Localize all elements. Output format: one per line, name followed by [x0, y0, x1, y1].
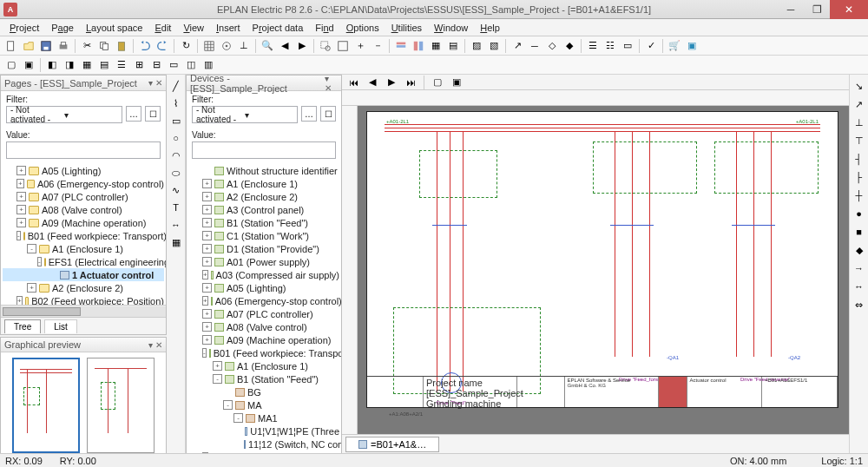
r-tool11-icon[interactable]: → — [852, 260, 867, 276]
text-icon[interactable]: T — [168, 200, 184, 215]
r-tool1-icon[interactable]: ↘ — [852, 78, 867, 94]
layers-icon[interactable]: ▨ — [469, 38, 484, 54]
devices-value-input[interactable] — [192, 141, 336, 159]
tree-item[interactable]: +A06 (Emergency-stop control) — [188, 294, 339, 307]
tool-e-icon[interactable]: ▦ — [79, 57, 95, 73]
maximize-button[interactable]: ❐ — [804, 0, 830, 19]
r-tool5-icon[interactable]: ┤ — [852, 151, 867, 167]
r-tool6-icon[interactable]: ├ — [852, 169, 867, 185]
tree-item[interactable]: 1 Actuator control — [3, 268, 164, 281]
devices-filter-dropdown[interactable]: - Not activated -▾ — [192, 106, 298, 123]
wire-icon[interactable]: ─ — [527, 38, 542, 54]
preview-thumb-1[interactable] — [12, 358, 80, 453]
menu-insert[interactable]: Insert — [210, 21, 247, 35]
tool-k-icon[interactable]: ◫ — [183, 57, 199, 73]
prev-icon[interactable]: ◀ — [277, 38, 293, 54]
open-icon[interactable] — [21, 38, 36, 54]
devices-tree[interactable]: Without structure identifier+A1 (Enclosu… — [187, 162, 341, 467]
tree-item[interactable]: -MA1 — [188, 411, 339, 424]
r-tool12-icon[interactable]: ↔ — [852, 279, 867, 294]
tree-item[interactable]: 11¦12 (Switch, NC conta — [188, 437, 339, 451]
tree-item[interactable]: +A09 (Machine operation) — [188, 333, 339, 346]
ellipse-icon[interactable]: ⬭ — [168, 165, 184, 181]
tree-item[interactable]: +B02 (Feed workpiece: Position) — [3, 294, 164, 305]
tree-item[interactable]: +A2 (Enclosure 2) — [3, 281, 164, 294]
connect-icon[interactable]: ↗ — [510, 38, 525, 54]
cart-icon[interactable]: 🛒 — [667, 38, 682, 54]
pages-scrollbar[interactable] — [1, 305, 166, 317]
tree-item[interactable]: U1¦V1¦W1¦PE (Three — [188, 424, 339, 437]
tree-item[interactable]: BG — [188, 385, 339, 398]
close-button[interactable]: ✕ — [830, 0, 868, 19]
nav-first-icon[interactable]: ⏮ — [345, 75, 361, 90]
print-icon[interactable] — [56, 38, 71, 54]
r-tool9-icon[interactable]: ■ — [852, 224, 867, 240]
grid-icon[interactable] — [201, 38, 217, 54]
dim-icon[interactable]: ↔ — [168, 217, 184, 233]
canvas-tab-1[interactable]: =B01+A1&… — [345, 437, 439, 452]
menu-project[interactable]: Project — [3, 21, 45, 35]
drawing-canvas[interactable]: +A01-2L1 +A01-2L1 — [358, 106, 849, 434]
tree-item[interactable]: +A08 (Valve control) — [3, 203, 164, 216]
tool-c-icon[interactable]: ◧ — [44, 57, 60, 73]
preview-close-icon[interactable]: ▾ ✕ — [148, 340, 162, 350]
symbol-icon[interactable]: ◇ — [544, 38, 560, 54]
menu-page[interactable]: Page — [45, 21, 80, 35]
tree-item[interactable]: +A2 (Enclosure 2) — [188, 190, 339, 203]
pages-tab-list[interactable]: List — [44, 319, 77, 333]
snap-icon[interactable] — [219, 38, 234, 54]
tree-item[interactable]: +D1 (Station "Provide") — [188, 242, 339, 255]
view1-icon[interactable] — [393, 38, 409, 54]
tree-item[interactable]: -A1 (Enclosure 1) — [3, 242, 164, 255]
tree-item[interactable]: +A08 (Valve control) — [188, 320, 339, 333]
misc2-icon[interactable]: ▣ — [449, 75, 464, 90]
tool-a-icon[interactable]: ▢ — [3, 57, 19, 73]
tool-h-icon[interactable]: ⊞ — [131, 57, 147, 73]
preview-thumb-2[interactable] — [87, 358, 155, 453]
view4-icon[interactable]: ▤ — [445, 38, 461, 54]
tree-item[interactable]: +A07 (PLC controller) — [188, 307, 339, 320]
zoom-extents-icon[interactable] — [335, 38, 351, 54]
tree-item[interactable]: +A09 (Machine operation) — [3, 216, 164, 229]
tree-item[interactable]: Without structure identifier — [188, 164, 339, 177]
next-icon[interactable]: ▶ — [294, 38, 310, 54]
tool-b-icon[interactable]: ▣ — [21, 57, 36, 73]
tree-item[interactable]: -MA — [188, 398, 339, 411]
nav-last-icon[interactable]: ⏭ — [403, 75, 418, 90]
view3-icon[interactable]: ▦ — [428, 38, 444, 54]
tree-item[interactable]: +A06 (Emergency-stop control) — [3, 177, 164, 190]
pages-tab-tree[interactable]: Tree — [4, 319, 41, 333]
r-tool7-icon[interactable]: ┼ — [852, 187, 867, 203]
pages-close-icon[interactable]: ▾ ✕ — [148, 78, 162, 88]
tree-item[interactable]: +A01 (Power supply) — [188, 255, 339, 268]
image-icon[interactable]: ▦ — [168, 234, 184, 250]
tree-item[interactable]: -B01 (Feed workpiece: Transport) — [188, 346, 339, 359]
rect-icon[interactable]: ▭ — [168, 113, 184, 128]
view2-icon[interactable] — [411, 38, 426, 54]
repeat-icon[interactable]: ↻ — [178, 38, 194, 54]
devices-close-icon[interactable]: ▾ ✕ — [325, 74, 338, 93]
menu-options[interactable]: Options — [340, 21, 385, 35]
tree-item[interactable]: +B1 (Station "Feed") — [188, 216, 339, 229]
tool-d-icon[interactable]: ◨ — [62, 57, 77, 73]
r-tool13-icon[interactable]: ⇔ — [852, 297, 867, 312]
misc3-icon[interactable]: ▭ — [620, 38, 635, 54]
r-tool4-icon[interactable]: ⊤ — [852, 133, 867, 148]
symbol2-icon[interactable]: ◆ — [562, 38, 577, 54]
ortho-icon[interactable]: ⊥ — [236, 38, 252, 54]
tree-item[interactable]: -EFS1 (Electrical engineering sch — [3, 255, 164, 268]
tree-item[interactable]: +A1 (Enclosure 1) — [188, 177, 339, 190]
circle-icon[interactable]: ○ — [168, 130, 184, 146]
nav-next-icon[interactable]: ▶ — [384, 75, 399, 90]
layers2-icon[interactable]: ▧ — [486, 38, 502, 54]
zoom-in-icon[interactable]: ＋ — [352, 38, 368, 54]
devices-filter-toggle[interactable]: ☐ — [320, 106, 336, 122]
tree-item[interactable]: +A05 (Lighting) — [188, 281, 339, 294]
tree-item[interactable]: +A05 (Lighting) — [3, 164, 164, 177]
copy-icon[interactable] — [96, 38, 112, 54]
minimize-button[interactable]: ─ — [778, 0, 804, 19]
search-icon[interactable]: 🔍 — [260, 38, 275, 54]
redo-icon[interactable] — [155, 38, 170, 54]
cut-icon[interactable]: ✂ — [79, 38, 95, 54]
menu-utilities[interactable]: Utilities — [385, 21, 428, 35]
